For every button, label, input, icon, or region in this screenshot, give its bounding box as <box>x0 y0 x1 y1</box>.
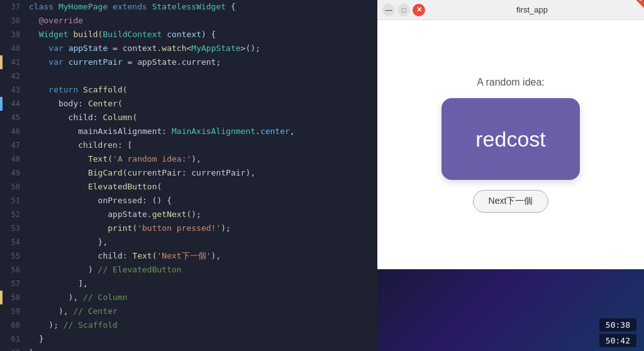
line-number: 58 <box>3 291 26 304</box>
token: , <box>290 126 295 136</box>
token: 'Next下一個' <box>157 251 211 260</box>
token: { <box>231 2 236 11</box>
right-panel: — □ ✕ first_app DEBUG A random idea: red… <box>377 0 644 351</box>
line-content: }, <box>26 235 377 249</box>
code-line: 41 var currentPair = appState.current; <box>0 55 377 69</box>
line-content: ], <box>26 277 377 291</box>
token: ElevatedButton <box>29 182 157 191</box>
token: currentPair <box>69 57 128 67</box>
line-number: 50 <box>3 180 26 194</box>
token: // Column <box>83 292 127 302</box>
token: appState. <box>29 209 152 219</box>
time-badge-1: 50:38 <box>599 318 636 332</box>
token: var <box>29 43 69 53</box>
token: context <box>167 30 201 39</box>
token: class <box>29 2 58 11</box>
next-button[interactable]: Next下一個 <box>473 190 549 213</box>
line-content: ), // Center <box>26 304 377 318</box>
token: ], <box>29 279 88 288</box>
token: MyHomePage <box>58 2 113 11</box>
line-number: 47 <box>3 138 26 152</box>
code-line: 61 } <box>0 332 377 346</box>
token: center <box>260 126 290 136</box>
line-number: 45 <box>3 111 26 125</box>
code-line: 59 ), // Center <box>0 304 377 318</box>
line-number: 42 <box>3 69 26 83</box>
maximize-button[interactable]: □ <box>397 4 410 16</box>
code-line: 39 Widget build(BuildContext context) { <box>0 28 377 42</box>
token: }, <box>29 237 108 247</box>
word-card-text: redcost <box>475 127 546 152</box>
token: ( <box>157 182 162 191</box>
app-content: A random idea: redcost Next下一個 <box>377 20 644 269</box>
token: ) <box>29 265 98 274</box>
token: MyAppState <box>191 43 240 53</box>
minimize-button[interactable]: — <box>382 4 395 16</box>
line-number: 38 <box>3 14 26 28</box>
token: MainAxisAlignment <box>172 126 255 136</box>
line-number: 62 <box>3 346 26 351</box>
line-number: 59 <box>3 304 26 318</box>
line-number: 37 <box>3 0 26 14</box>
close-button[interactable]: ✕ <box>413 4 425 16</box>
token: 'A random idea:' <box>113 154 191 164</box>
token: Scaffold <box>83 85 123 94</box>
token: build <box>73 30 97 39</box>
line-content: mainAxisAlignment: MainAxisAlignment.cen… <box>26 125 377 138</box>
code-line: 44 body: Center( <box>0 97 377 111</box>
word-card: redcost <box>441 98 580 180</box>
token: @override <box>29 16 83 25</box>
token: appState <box>69 43 113 53</box>
line-content: ), // Column <box>26 291 377 304</box>
code-line: 46 mainAxisAlignment: MainAxisAlignment.… <box>0 125 377 138</box>
taskbar-strip: 50:38 50:42 <box>377 269 644 351</box>
token: // ElevatedButton <box>98 265 182 274</box>
token: var <box>29 57 69 67</box>
flutter-window: — □ ✕ first_app DEBUG A random idea: red… <box>377 0 644 269</box>
code-line: 54 }, <box>0 235 377 249</box>
line-content: onPressed: () { <box>26 194 377 208</box>
random-idea-label: A random idea: <box>477 77 545 88</box>
token: Text <box>29 154 108 164</box>
line-number: 43 <box>3 83 26 97</box>
token: Column <box>103 113 132 122</box>
window-title: first_app <box>516 5 548 14</box>
code-line: 37class MyHomePage extends StatelessWidg… <box>0 0 377 14</box>
line-content: child: Column( <box>26 111 377 125</box>
line-content: } <box>26 346 377 351</box>
token: ), <box>29 292 83 302</box>
line-number: 51 <box>3 194 26 208</box>
code-line: 58 ), // Column <box>0 291 377 304</box>
token: // Scaffold <box>64 320 118 330</box>
token: Center <box>88 99 118 108</box>
line-content: class MyHomePage extends StatelessWidget… <box>26 0 377 14</box>
title-bar-controls: — □ ✕ <box>382 4 425 16</box>
code-line: 48 Text('A random idea:'), <box>0 152 377 166</box>
code-line: 45 child: Column( <box>0 111 377 125</box>
token: ( <box>132 113 137 122</box>
line-content: children: [ <box>26 138 377 152</box>
token: ) { <box>201 30 216 39</box>
code-line: 50 ElevatedButton( <box>0 180 377 194</box>
line-content <box>26 69 377 83</box>
line-content: ElevatedButton( <box>26 180 377 194</box>
line-number: 40 <box>3 42 26 55</box>
code-editor: 37class MyHomePage extends StatelessWidg… <box>0 0 377 351</box>
line-content: BigCard(currentPair: currentPair), <box>26 166 377 180</box>
line-number: 55 <box>3 249 26 263</box>
code-line: 47 children: [ <box>0 138 377 152</box>
code-line: 55 child: Text('Next下一個'), <box>0 249 377 263</box>
code-line: 57 ], <box>0 277 377 291</box>
token: onPressed: () { <box>29 196 172 205</box>
token: BigCard <box>29 168 123 177</box>
line-content: ); // Scaffold <box>26 318 377 332</box>
token: ); <box>29 320 64 330</box>
code-line: 52 appState.getNext(); <box>0 208 377 221</box>
line-content: var currentPair = appState.current; <box>26 55 377 69</box>
line-content: Widget build(BuildContext context) { <box>26 28 377 42</box>
code-line: 56 ) // ElevatedButton <box>0 263 377 277</box>
code-line: 53 print('button pressed!'); <box>0 221 377 235</box>
token: body: <box>29 99 88 108</box>
token: ( <box>118 99 123 108</box>
code-line: 51 onPressed: () { <box>0 194 377 208</box>
